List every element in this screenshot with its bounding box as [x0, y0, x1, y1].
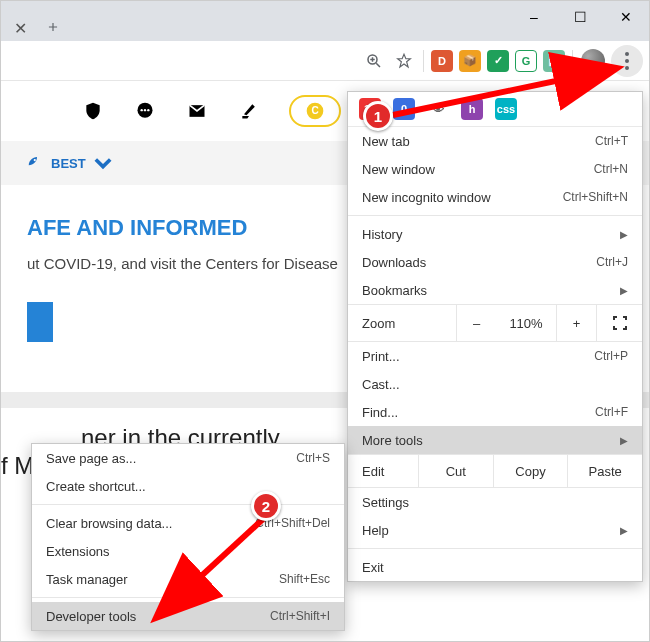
zoom-out-button[interactable]: –	[456, 305, 496, 341]
extension-grammarly-icon[interactable]: G	[515, 50, 537, 72]
menu-new-tab[interactable]: New tabCtrl+T	[348, 127, 642, 155]
menu-history[interactable]: History▶	[348, 220, 642, 248]
submenu-clear-browsing-data[interactable]: Clear browsing data...Ctrl+Shift+Del	[32, 509, 344, 537]
svg-point-5	[625, 59, 629, 63]
annotation-badge-1: 1	[363, 101, 393, 131]
chevron-right-icon: ▶	[620, 435, 628, 446]
extension-box-icon[interactable]: 📦	[459, 50, 481, 72]
chat-icon[interactable]	[133, 99, 157, 123]
new-tab-button[interactable]	[39, 13, 67, 41]
bookmark-star-icon[interactable]	[390, 47, 418, 75]
menu-extension-row: 10 0 👁 h css	[348, 92, 642, 127]
profile-avatar[interactable]	[581, 49, 605, 73]
toolbar: D 📦 ✓ G 📄	[1, 41, 649, 81]
category-label: BEST	[51, 156, 86, 171]
ext-overflow-eye-icon[interactable]: 👁	[427, 98, 449, 120]
submenu-extensions[interactable]: Extensions	[32, 537, 344, 565]
svg-point-14	[34, 159, 36, 161]
more-tools-submenu: Save page as...Ctrl+S Create shortcut...…	[31, 443, 345, 631]
menu-cast[interactable]: Cast...	[348, 370, 642, 398]
menu-zoom-row: Zoom – 110% +	[348, 304, 642, 342]
menu-find[interactable]: Find...Ctrl+F	[348, 398, 642, 426]
menu-new-window[interactable]: New windowCtrl+N	[348, 155, 642, 183]
edit-paste-button[interactable]: Paste	[567, 455, 642, 487]
menu-new-incognito[interactable]: New incognito windowCtrl+Shift+N	[348, 183, 642, 211]
chevron-right-icon: ▶	[620, 525, 628, 536]
ext-overflow-css-icon[interactable]: css	[495, 98, 517, 120]
extension-shield-icon[interactable]: ✓	[487, 50, 509, 72]
menu-bookmarks[interactable]: Bookmarks▶	[348, 276, 642, 304]
menu-print[interactable]: Print...Ctrl+P	[348, 342, 642, 370]
submenu-developer-tools[interactable]: Developer toolsCtrl+Shift+I	[32, 602, 344, 630]
plus-icon	[46, 20, 60, 34]
mail-icon[interactable]	[185, 99, 209, 123]
menu-settings[interactable]: Settings	[348, 488, 642, 516]
extension-duckduckgo-icon[interactable]: D	[431, 50, 453, 72]
edit-copy-button[interactable]: Copy	[493, 455, 568, 487]
window-maximize-button[interactable]: ☐	[557, 1, 603, 33]
svg-point-10	[147, 109, 149, 111]
zoom-label: Zoom	[348, 316, 456, 331]
chevron-down-icon	[94, 154, 112, 172]
banner-cta-fragment[interactable]	[27, 302, 53, 342]
menu-exit[interactable]: Exit	[348, 553, 642, 581]
submenu-save-page[interactable]: Save page as...Ctrl+S	[32, 444, 344, 472]
menu-more-tools[interactable]: More tools▶	[348, 426, 642, 454]
chrome-menu-button[interactable]	[611, 45, 643, 77]
chevron-right-icon: ▶	[620, 285, 628, 296]
chevron-right-icon: ▶	[620, 229, 628, 240]
site-pill-button[interactable]: C	[289, 95, 341, 127]
svg-point-6	[625, 66, 629, 70]
chrome-main-menu: 10 0 👁 h css New tabCtrl+T New windowCtr…	[347, 91, 643, 582]
window-close-button[interactable]: ✕	[603, 1, 649, 33]
zoom-indicator-icon[interactable]	[360, 47, 388, 75]
zoom-in-button[interactable]: +	[556, 305, 596, 341]
edit-cut-button[interactable]: Cut	[418, 455, 493, 487]
separator	[572, 50, 573, 72]
kebab-icon	[625, 52, 629, 70]
submenu-create-shortcut[interactable]: Create shortcut...	[32, 472, 344, 500]
fullscreen-button[interactable]	[596, 305, 642, 341]
svg-point-8	[141, 109, 143, 111]
window-controls: – ☐ ✕	[511, 1, 649, 33]
tab-close-button[interactable]: ✕	[7, 15, 33, 41]
svg-text:C: C	[311, 105, 318, 116]
shield-icon[interactable]	[81, 99, 105, 123]
c-badge-icon: C	[305, 101, 325, 121]
fullscreen-icon	[612, 315, 628, 331]
menu-downloads[interactable]: DownloadsCtrl+J	[348, 248, 642, 276]
separator	[423, 50, 424, 72]
svg-point-4	[625, 52, 629, 56]
window-minimize-button[interactable]: –	[511, 1, 557, 33]
zoom-value: 110%	[496, 316, 556, 331]
rocket-icon	[25, 154, 43, 172]
submenu-task-manager[interactable]: Task managerShift+Esc	[32, 565, 344, 593]
extension-notes-icon[interactable]: 📄	[543, 50, 565, 72]
edit-label: Edit	[348, 464, 418, 479]
ext-overflow-icon[interactable]: 0	[393, 98, 415, 120]
svg-line-1	[376, 63, 380, 67]
menu-edit-row: Edit Cut Copy Paste	[348, 454, 642, 488]
svg-point-9	[144, 109, 146, 111]
menu-help[interactable]: Help▶	[348, 516, 642, 544]
highlight-icon[interactable]	[237, 99, 261, 123]
ext-overflow-icon[interactable]: h	[461, 98, 483, 120]
annotation-badge-2: 2	[251, 491, 281, 521]
